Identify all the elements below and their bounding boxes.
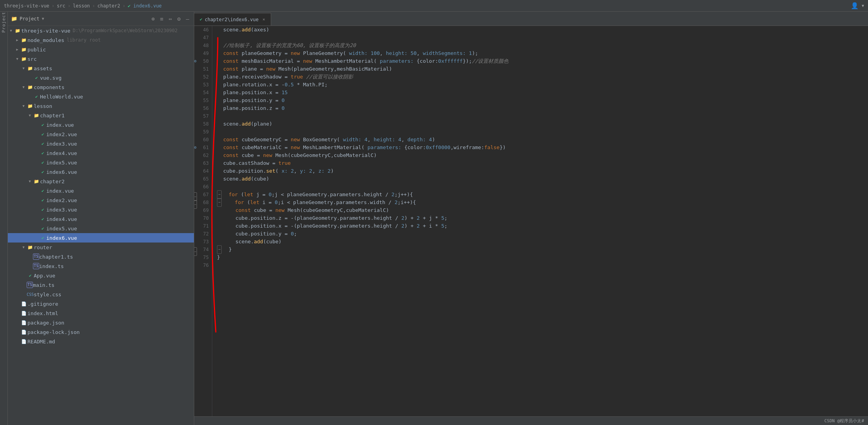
top-bar-right: 👤 ▼ xyxy=(851,2,864,9)
tree-label-ch2-index4: index4.vue xyxy=(46,216,77,222)
tree-label-src: src xyxy=(27,56,36,62)
code-line-74: − } xyxy=(217,246,868,254)
line-num-51: 51 xyxy=(194,65,212,73)
code-line-67: − for (let j = 0;j < planeGeometry.param… xyxy=(217,191,868,199)
tree-item-package-lock[interactable]: ▶ 📄 package-lock.json xyxy=(8,327,194,337)
code-line-68: − for (let i = 0;i < planeGeometry.param… xyxy=(217,199,868,206)
tree-item-gitignore[interactable]: ▶ 📄 .gitignore xyxy=(8,299,194,308)
line-num-63: 63 xyxy=(194,159,212,167)
vue-icon-ch2-index4: ✔ xyxy=(39,217,46,222)
tree-label-chapter2: chapter2 xyxy=(40,179,65,184)
tree-arrow-router: ▼ xyxy=(20,245,27,249)
breadcrumb-sep-3: › xyxy=(92,3,95,9)
line-num-72: 72 xyxy=(194,230,212,238)
sort-icon[interactable]: ≡ xyxy=(159,16,165,22)
tree-item-public[interactable]: ▶ 📁 public xyxy=(8,45,194,54)
folder-icon-public: 📁 xyxy=(20,47,27,52)
minimize-icon[interactable]: — xyxy=(184,16,191,22)
tree-item-chapter1[interactable]: ▼ 📁 chapter1 xyxy=(8,111,194,120)
tree-arrow-assets: ▼ xyxy=(20,66,27,70)
tree-item-index-ts[interactable]: ▶ TS index.ts xyxy=(8,261,194,271)
code-line-46: scene.add(axes) xyxy=(217,26,868,34)
line-num-55: 55 xyxy=(194,97,212,104)
tree-item-ch2-index4[interactable]: ▶ ✔ index4.vue xyxy=(8,214,194,224)
tab-close-button[interactable]: × xyxy=(263,17,265,22)
vue-icon-App: ✔ xyxy=(27,273,34,278)
tree-item-main-ts[interactable]: ▶ TS main.ts xyxy=(8,280,194,290)
editor-tabs: ✔ chapter2\index6.vue × xyxy=(194,12,868,26)
tree-label-ch2-index3: index3.vue xyxy=(46,207,77,213)
settings-icon[interactable]: ⚙ xyxy=(176,16,182,22)
tree-item-ch2-index3[interactable]: ▶ ✔ index3.vue xyxy=(8,205,194,214)
breadcrumb-item-2[interactable]: src xyxy=(57,3,66,9)
tree-label-package-lock: package-lock.json xyxy=(27,329,80,335)
tree-item-ch1-index6[interactable]: ▶ ✔ index6.vue xyxy=(8,167,194,177)
tree-label-style-css: style.css xyxy=(34,292,61,297)
tree-item-router[interactable]: ▼ 📁 router xyxy=(8,243,194,252)
app-root: threejs-vite-vue › src › lesson › chapte… xyxy=(0,0,868,425)
tree-label-assets: assets xyxy=(34,66,52,71)
dropdown-icon[interactable]: ▼ xyxy=(862,4,864,8)
vue-icon-ch1-index4: ✔ xyxy=(39,151,46,156)
tree-item-vue-svg[interactable]: ▶ ✔ vue.svg xyxy=(8,73,194,82)
breadcrumb-item-3[interactable]: lesson xyxy=(73,3,90,9)
tree-label-router: router xyxy=(34,244,52,250)
editor-tab-index6[interactable]: ✔ chapter2\index6.vue × xyxy=(194,13,271,26)
code-line-59 xyxy=(217,128,868,136)
user-icon[interactable]: 👤 xyxy=(851,2,859,9)
tree-item-App-vue[interactable]: ▶ ✔ App.vue xyxy=(8,271,194,280)
line-num-59: 59 xyxy=(194,128,212,136)
tree-label-ch2-index6: index6.vue xyxy=(46,235,77,241)
folder-icon-router: 📁 xyxy=(27,245,34,250)
tree-item-ch2-index6[interactable]: ▶ ✔ index6.vue xyxy=(8,233,194,243)
tree-item-README[interactable]: ▶ 📄 README.md xyxy=(8,337,194,346)
vue-icon-HelloWorld: ✔ xyxy=(33,94,40,99)
tree-arrow-node_modules: ▶ xyxy=(14,38,20,42)
expand-icon[interactable]: ⇔ xyxy=(167,16,173,22)
tree-item-root[interactable]: ▼ 📁 threejs-vite-vue D:\ProgramWorkSpace… xyxy=(8,26,194,35)
tree-item-ch2-index5[interactable]: ▶ ✔ index5.vue xyxy=(8,224,194,233)
tree-item-style-css[interactable]: ▶ CSS style.css xyxy=(8,290,194,299)
tree-item-package-json[interactable]: ▶ 📄 package.json xyxy=(8,318,194,327)
line-num-62: 62 xyxy=(194,151,212,159)
tree-item-ch1-index4[interactable]: ▶ ✔ index4.vue xyxy=(8,148,194,158)
breadcrumb-item-4[interactable]: chapter2 xyxy=(97,3,120,9)
tree-item-HelloWorld[interactable]: ▶ ✔ HelloWorld.vue xyxy=(8,92,194,101)
line-num-50: ⚙ 50 xyxy=(194,57,212,65)
breadcrumb-item-5: ✔ index6.vue xyxy=(128,3,162,9)
sidebar-dropdown-icon[interactable]: ▼ xyxy=(42,16,44,21)
vue-icon-ch2-index1: ✔ xyxy=(39,188,46,193)
tree-item-lesson[interactable]: ▼ 📁 lesson xyxy=(8,101,194,111)
code-line-54: plane.position.x = 15 xyxy=(217,89,868,97)
tree-item-ch2-index2[interactable]: ▶ ✔ index2.vue xyxy=(8,195,194,205)
tree-secondary-root: D:\ProgramWorkSpace\WebStorm\20230902 xyxy=(73,28,177,33)
code-line-62: const cube = new Mesh(cubeGeometryC,cube… xyxy=(217,151,868,159)
tree-item-index-html[interactable]: ▶ 📄 index.html xyxy=(8,308,194,318)
tree-item-node_modules[interactable]: ▶ 📁 node_modules library root xyxy=(8,35,194,45)
vue-icon-ch1-index2: ✔ xyxy=(39,132,46,137)
tree-label-ch1-index2: index2.vue xyxy=(46,131,77,137)
folder-icon-components: 📁 xyxy=(27,85,34,90)
tree-item-chapter1-ts[interactable]: ▶ TS chapter1.ts xyxy=(8,252,194,261)
tree-item-components[interactable]: ▼ 📁 components xyxy=(8,82,194,92)
tree-arrow-components: ▼ xyxy=(20,85,27,89)
vue-icon-vue-svg: ✔ xyxy=(33,75,40,80)
tree-item-ch1-index1[interactable]: ▶ ✔ index.vue xyxy=(8,120,194,130)
breadcrumb-item-1[interactable]: threejs-vite-vue xyxy=(4,3,49,9)
folder-icon-chapter2: 📁 xyxy=(33,179,40,184)
tree-label-index-ts: index.ts xyxy=(39,263,64,269)
line-num-58: 58 xyxy=(194,120,212,128)
tree-item-ch1-index3[interactable]: ▶ ✔ index3.vue xyxy=(8,139,194,148)
code-line-69: const cube = new Mesh(cubeGeometryC,cube… xyxy=(217,206,868,214)
code-content[interactable]: scene.add(axes) //绘制板子, 设置板子的宽度为60, 设置板子… xyxy=(212,26,868,416)
scope-icon[interactable]: ⊕ xyxy=(150,16,156,22)
tree-item-src[interactable]: ▼ 📁 src xyxy=(8,54,194,64)
tree-item-chapter2[interactable]: ▼ 📁 chapter2 xyxy=(8,177,194,186)
tree-arrow-chapter1: ▼ xyxy=(27,113,33,117)
line-num-71: 71 xyxy=(194,222,212,230)
tree-item-assets[interactable]: ▼ 📁 assets xyxy=(8,64,194,73)
tree-item-ch2-index1[interactable]: ▶ ✔ index.vue xyxy=(8,186,194,195)
tree-item-ch1-index5[interactable]: ▶ ✔ index5.vue xyxy=(8,158,194,167)
line-num-70: 70 xyxy=(194,214,212,222)
tree-item-ch1-index2[interactable]: ▶ ✔ index2.vue xyxy=(8,130,194,139)
